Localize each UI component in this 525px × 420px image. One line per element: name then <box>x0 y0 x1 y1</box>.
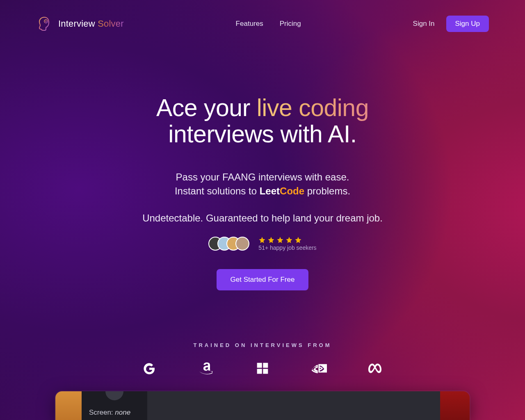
seekers-text: 51+ happy job seekers <box>258 244 316 251</box>
brand-logo-icon <box>36 16 52 32</box>
sub-line-3: Undetectable. Guaranteed to help land yo… <box>0 211 525 225</box>
svg-rect-4 <box>257 369 262 374</box>
demo-screen-label: Screen: none <box>89 409 141 417</box>
sign-up-button[interactable]: Sign Up <box>446 16 489 32</box>
amazon-icon <box>198 361 214 375</box>
social-proof: 51+ happy job seekers <box>0 236 525 251</box>
svg-rect-3 <box>263 363 268 368</box>
nav-features[interactable]: Features <box>236 20 263 28</box>
trained-on-section: TRAINED ON INTERVIEWS FROM <box>0 342 525 375</box>
star-icon <box>276 236 284 244</box>
demo-right-edge <box>440 391 470 420</box>
sub-line-2: Instant solutions to LeetCode problems. <box>0 184 525 198</box>
company-logos <box>0 361 525 375</box>
avatar <box>235 237 249 251</box>
demo-preview: Screen: none <box>55 391 470 420</box>
sign-in-link[interactable]: Sign In <box>413 20 435 28</box>
nav-right: Sign In Sign Up <box>413 16 489 32</box>
avatar-stack <box>208 237 249 251</box>
cta-row: Get Started For Free <box>0 269 525 290</box>
demo-left-edge <box>55 391 82 420</box>
svg-rect-5 <box>263 369 268 374</box>
star-icon <box>267 236 275 244</box>
star-icon <box>258 236 266 244</box>
demo-main-panel <box>147 391 440 420</box>
meta-icon <box>368 361 383 375</box>
svg-rect-2 <box>257 363 262 368</box>
rating-block: 51+ happy job seekers <box>258 236 316 251</box>
svg-rect-6 <box>318 364 327 373</box>
get-started-button[interactable]: Get Started For Free <box>217 269 309 290</box>
demo-avatar-placeholder <box>105 391 123 400</box>
sub-line-1: Pass your FAANG interviews with ease. <box>0 170 525 184</box>
star-row <box>258 236 316 244</box>
nav-center: Features Pricing <box>236 20 301 28</box>
hero-subhead: Pass your FAANG interviews with ease. In… <box>0 170 525 225</box>
star-icon <box>285 236 293 244</box>
brand[interactable]: Interview Solver <box>36 16 124 32</box>
brand-name: Interview Solver <box>58 18 124 29</box>
google-icon <box>142 361 157 375</box>
svg-point-1 <box>46 21 47 22</box>
star-icon <box>294 236 302 244</box>
header: Interview Solver Features Pricing Sign I… <box>0 0 525 38</box>
hero: Ace your live coding interviews with AI.… <box>0 95 525 290</box>
nvidia-icon <box>311 361 327 375</box>
hero-headline: Ace your live coding interviews with AI. <box>0 95 525 147</box>
microsoft-icon <box>255 361 270 375</box>
trained-on-label: TRAINED ON INTERVIEWS FROM <box>0 342 525 348</box>
nav-pricing[interactable]: Pricing <box>280 20 301 28</box>
demo-sidebar: Screen: none <box>82 391 147 420</box>
